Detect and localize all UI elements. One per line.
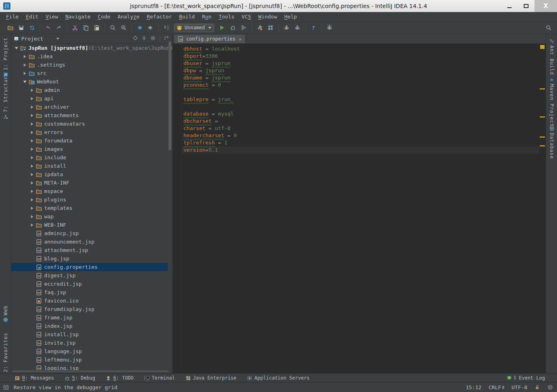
tree-row-forumdata[interactable]: forumdata: [11, 136, 168, 145]
undo-button[interactable]: [43, 23, 53, 32]
warning-stripe-mark[interactable]: [540, 116, 545, 118]
debug-button[interactable]: [228, 23, 238, 32]
expand-arrow-icon[interactable]: [29, 156, 35, 159]
line-separator-widget[interactable]: CRLF: [489, 384, 504, 390]
tree-row-admin[interactable]: admin: [11, 86, 168, 94]
tree-row-announcement.jsp[interactable]: JSPannouncement.jsp: [11, 238, 168, 246]
redo-button[interactable]: [53, 23, 64, 32]
menu-view[interactable]: View: [42, 12, 62, 21]
warning-stripe-mark[interactable]: [540, 145, 545, 146]
open-button[interactable]: [5, 23, 16, 32]
tree-row-customavatars[interactable]: customavatars: [11, 120, 168, 128]
error-stripe[interactable]: [539, 44, 546, 373]
menu-window[interactable]: Window: [255, 12, 281, 21]
update-button[interactable]: 011001: [161, 23, 172, 32]
close-button[interactable]: X: [535, 0, 557, 12]
expand-arrow-icon[interactable]: [29, 173, 35, 176]
tree-row-install.jsp[interactable]: JSPinstall.jsp: [11, 330, 168, 339]
expand-arrow-icon[interactable]: [29, 97, 35, 100]
tree-row-src[interactable]: src: [11, 69, 168, 77]
save-button[interactable]: [16, 23, 26, 32]
expand-arrow-icon[interactable]: [22, 72, 27, 75]
tree-row-frame.jsp[interactable]: JSPframe.jsp: [11, 313, 168, 322]
tree-row-faq.jsp[interactable]: JSPfaq.jsp: [11, 288, 168, 297]
structure-button[interactable]: [265, 23, 276, 32]
paste-button[interactable]: [91, 23, 102, 32]
encoding-widget[interactable]: UTF-8: [512, 384, 527, 390]
tree-row-api[interactable]: api: [11, 94, 168, 103]
minimize-button[interactable]: [501, 0, 518, 12]
run-configuration-combo[interactable]: Unnamed: [174, 24, 214, 32]
tool-window-button-5-debug[interactable]: 5: Debug: [64, 375, 95, 381]
tree-row-images[interactable]: images: [11, 145, 168, 153]
menu-tools[interactable]: Tools: [215, 12, 238, 21]
tree-row-config.properties[interactable]: config.properties: [11, 263, 168, 271]
event-log-button[interactable]: !1Event Log: [506, 375, 545, 381]
menu-file[interactable]: File: [2, 12, 22, 21]
tool-window-button-terminal[interactable]: Terminal: [144, 375, 175, 381]
tree-row-errors[interactable]: errors: [11, 128, 168, 136]
inspection-status-square[interactable]: [540, 45, 545, 49]
tree-row-archiver[interactable]: archiver: [11, 103, 168, 111]
back-button[interactable]: [134, 23, 145, 32]
warning-stripe-mark[interactable]: [540, 136, 545, 138]
maximize-button[interactable]: [518, 0, 535, 12]
expand-arrow-icon[interactable]: [29, 181, 35, 185]
cut-button[interactable]: [69, 23, 80, 32]
robot-green-button[interactable]: [324, 23, 335, 32]
expand-arrow-icon[interactable]: [29, 148, 35, 151]
tree-row-forumdisplay.jsp[interactable]: JSPforumdisplay.jsp: [11, 305, 168, 313]
menu-refactor[interactable]: Refactor: [143, 12, 176, 21]
tree-row-attachments[interactable]: attachments: [11, 111, 168, 120]
settings-button[interactable]: [254, 23, 265, 32]
expand-arrow-icon[interactable]: [29, 89, 35, 92]
help-button[interactable]: ?: [308, 23, 319, 32]
tree-row-leftmenu.jsp[interactable]: JSPleftmenu.jsp: [11, 355, 168, 364]
menu-edit[interactable]: Edit: [22, 12, 42, 21]
expand-arrow-icon[interactable]: [29, 114, 35, 117]
menu-run[interactable]: Run: [198, 12, 215, 21]
expand-arrow-icon[interactable]: [29, 122, 35, 126]
expand-arrow-icon[interactable]: [29, 198, 35, 201]
tool-window-button-application-servers[interactable]: Application Servers: [247, 375, 309, 381]
sync-button[interactable]: [26, 23, 37, 32]
tree-row-.settings[interactable]: .settings: [11, 61, 168, 69]
menu-build[interactable]: Build: [175, 12, 198, 21]
robot-install-button[interactable]: [281, 23, 292, 32]
tree-row-wap[interactable]: wap: [11, 212, 168, 221]
tree-row-digest.jsp[interactable]: JSPdigest.jsp: [11, 271, 168, 280]
tool-window-button-7-structure[interactable]: 7: Structure: [0, 73, 11, 120]
expand-arrow-icon[interactable]: [29, 165, 35, 168]
menu-help[interactable]: Help: [281, 12, 301, 21]
tree-row-.idea[interactable]: .idea: [11, 52, 168, 61]
expand-arrow-icon[interactable]: [29, 207, 35, 210]
expand-arrow-icon[interactable]: [29, 223, 35, 227]
tree-row-mspace[interactable]: mspace: [11, 187, 168, 195]
menu-navigate[interactable]: Navigate: [62, 12, 94, 21]
tool-window-button-2-favorites[interactable]: 2: Favorites: [0, 333, 11, 380]
tool-window-button-database[interactable]: Database: [546, 126, 557, 159]
coverage-button[interactable]: [238, 23, 249, 32]
tree-row-ipdata[interactable]: ipdata: [11, 170, 168, 179]
tree-row-logging.jsp[interactable]: JSPlogging.jsp: [11, 364, 168, 370]
tool-window-button-maven-projects[interactable]: mMaven Projects: [546, 77, 557, 130]
tree-row-jsprun-jsprunutf8-[interactable]: JspRun [jsprunutf8] (E:\test_work_space\…: [11, 44, 168, 52]
forward-button[interactable]: [145, 23, 156, 32]
project-view-dropdown-icon[interactable]: [56, 38, 59, 40]
crosshair-button[interactable]: [132, 35, 138, 43]
tree-row-plugins[interactable]: plugins: [11, 195, 168, 204]
copy-button[interactable]: [80, 23, 91, 32]
tree-vertical-scrollbar[interactable]: [169, 41, 171, 150]
tree-row-invite.jsp[interactable]: JSPinvite.jsp: [11, 339, 168, 347]
tree-row-blog.jsp[interactable]: JSPblog.jsp: [11, 254, 168, 263]
tree-row-eccredit.jsp[interactable]: JSPeccredit.jsp: [11, 280, 168, 288]
expand-arrow-icon[interactable]: [29, 139, 35, 142]
tree-horizontal-scrollbar[interactable]: [12, 370, 169, 372]
gear-button[interactable]: [150, 35, 156, 43]
expand-arrow-icon[interactable]: [29, 190, 35, 193]
tool-window-button-web[interactable]: Web: [0, 305, 11, 323]
search-everywhere-button[interactable]: [543, 23, 554, 32]
tool-window-button-1-project[interactable]: 1: Project: [0, 37, 11, 77]
code-editor[interactable]: dbhost = localhostdbport=3306dbuser = js…: [173, 44, 546, 373]
tree-row-language.jsp[interactable]: JSPlanguage.jsp: [11, 347, 168, 355]
